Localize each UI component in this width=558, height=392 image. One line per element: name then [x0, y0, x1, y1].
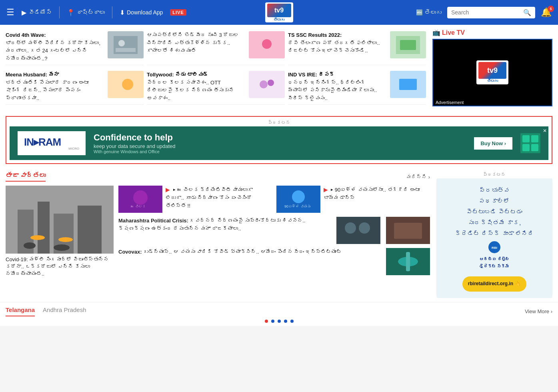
news-row-2: Meena Husband: మీనా భర్త మృతికి పొపులారే…	[6, 68, 426, 105]
search-icon[interactable]: 🔍	[523, 9, 531, 16]
bottom-tabs: Telangana Andhra Pradesh View More ›	[0, 302, 558, 316]
news-title-covovax: Covovax:	[118, 249, 142, 255]
hamburger-icon[interactable]: ☰	[6, 7, 14, 18]
news-card-1[interactable]: Covid 4th Wave: భారత్‌లో మళ్లీ పెరిగిన క…	[6, 29, 144, 65]
news-card-5[interactable]: Tollywood: నేడు టాలీవుడ్ పెద్దల కీలక సమా…	[147, 68, 285, 105]
latest-small-2[interactable]: 90ఏళ్ళ వయసు ▶ ▶ 90ఏళ్ళ వయసులోనూ.. తగ్గేద…	[276, 186, 430, 213]
tabs-left: Telangana Andhra Pradesh	[6, 306, 86, 316]
news-body-1: భారత్‌లో మళ్లీ పెరిగిన కరోనా కేసులు, మరణ…	[6, 39, 104, 63]
ad-subtext: keep your data secure and updated	[94, 143, 466, 149]
cursor-icon: 👆	[515, 280, 521, 288]
svg-rect-13	[399, 79, 417, 90]
latest-featured[interactable]: Covid-19: మళ్లీ సింగపూర్‌లో విజృంభిస్తున…	[6, 186, 114, 278]
news-card-2[interactable]: ఆసుపత్రిలోని బెడ్ మీద నుంచి 3 రోజుల చిన్…	[147, 29, 285, 65]
tab-andhra-pradesh[interactable]: Andhra Pradesh	[43, 306, 86, 316]
ad-inner: IN▸RAM MICRO Confidence to help keep you…	[10, 126, 548, 160]
svg-rect-18	[531, 144, 538, 151]
rbi-btn[interactable]: rbiretaildirect.org.in 👆	[462, 276, 526, 292]
search-input[interactable]	[451, 9, 521, 16]
more-link[interactable]: మరిన్ని ›	[406, 174, 430, 180]
language-selector[interactable]: 🔤 తెలుగు	[416, 9, 442, 16]
svg-point-26	[54, 244, 70, 251]
news-img-6	[390, 71, 426, 98]
side-ad-box: ప్రభుత్వ పథకాల్లో పెట్టుబడి పెట్టడం సురక…	[436, 178, 552, 298]
news-body-5: పెద్దల కీలక సమావేశం.. OTT రిలీజులపై కీలక…	[147, 79, 246, 102]
logo-box: tv9 తెలుగు	[265, 2, 293, 22]
location-icon: 📍	[67, 9, 75, 16]
latest-text-3: Maharashtra Political Crisis: గవర్నర్ ని…	[118, 217, 332, 232]
latest-text-2: ▶ ▶ 90ఏళ్ళ వయసులోనూ.. తగ్గేది అంటూ బామ్మ…	[324, 186, 430, 213]
view-more-link[interactable]: View More ›	[525, 308, 552, 314]
sidebar: 📺 Live TV tv9 తెలుగు Advertisement	[432, 29, 552, 108]
notif-badge: 5	[548, 6, 554, 12]
latest-row-2[interactable]: Maharashtra Political Crisis: గవర్నర్ ని…	[118, 217, 430, 244]
rbi-scheme-text: ఆర్‌బీఐ రిటైల్డైరెక్ట్ స్కీమ్	[480, 256, 509, 270]
news-body-4: భర్త మృతికి పొపులారే కారణం అంటూ షాకింగ్ …	[6, 79, 104, 102]
ad-label: Advertisement	[433, 99, 466, 106]
dot-3[interactable]	[278, 320, 281, 323]
dot-1[interactable]	[265, 320, 268, 323]
live-badge[interactable]: LIVE	[170, 9, 186, 16]
latest-thumb-maha	[386, 217, 430, 244]
svg-rect-15	[522, 135, 530, 142]
tv9-logo: tv9	[267, 4, 291, 17]
latest-main: Covid-19: మళ్లీ సింగపూర్‌లో విజృంభిస్తున…	[6, 186, 430, 278]
latest-thumb-2: 90ఏళ్ళ వయసు	[276, 186, 320, 213]
latest-thumb-3	[336, 217, 380, 244]
dot-5[interactable]	[290, 320, 294, 323]
latest-text-4: Covovax: గుడ్‌న్యూస్.. ఆ వయసు వారికి కోవ…	[118, 248, 382, 256]
notifications-button[interactable]: 🔔 5	[541, 7, 552, 18]
logo-center[interactable]: tv9 తెలుగు	[265, 2, 293, 22]
news-grid: Covid 4th Wave: భారత్‌లో మళ్లీ పెరిగిన క…	[6, 29, 426, 108]
nav-states[interactable]: 📍 రాష్ట్రాలు	[67, 9, 105, 16]
latest-row-1: ఈ చిలక ▶ ▶ ఈ చిలక క్రియేటివిటీ మాములుగా …	[118, 186, 430, 213]
section-wrapper: తాజా వార్తలు మరిన్ని ›	[0, 168, 558, 302]
svg-rect-16	[531, 135, 538, 142]
latest-thumb-1: ఈ చిలక	[118, 186, 162, 213]
news-img-1	[108, 31, 144, 58]
latest-thumb-4	[386, 248, 430, 275]
play-icon-2: ▶	[324, 186, 328, 193]
news-card-6[interactable]: IND VS IRE: దీపక్ ధనధన్ ఇన్నింగ్స్.. థ్ర…	[288, 68, 426, 105]
news-img-3	[390, 31, 426, 58]
news-img-2	[249, 31, 285, 58]
ad-close-button[interactable]: ✕	[543, 128, 547, 134]
dot-4[interactable]	[284, 320, 287, 323]
nav-videos[interactable]: ▶ వీడియోస్	[22, 9, 52, 16]
news-title-3: TS SSC Results 2022:	[288, 31, 387, 39]
latest-news: తాజా వార్తలు మరిన్ని ›	[6, 172, 430, 298]
svg-text:ఈ చిలక: ఈ చిలక	[130, 204, 146, 208]
ad-banner-wrapper: ప్రకటన IN▸RAM MICRO Confidence to help k…	[0, 112, 558, 168]
svg-point-11	[268, 80, 274, 86]
news-body-6: ధనధన్ ఇన్నింగ్స్.. థ్రిల్లింగ్ మ్యాచ్‌లో…	[288, 79, 387, 102]
play-icon: ▶	[22, 9, 26, 16]
svg-point-25	[24, 242, 36, 249]
tv9-telugu-label: తెలుగు	[487, 79, 498, 83]
svg-rect-22	[38, 202, 50, 254]
svg-rect-17	[522, 144, 530, 151]
buy-now-button[interactable]: Buy Now ›	[474, 137, 512, 150]
svg-rect-39	[394, 223, 422, 239]
live-tv-player[interactable]: tv9 తెలుగు Advertisement	[432, 39, 552, 106]
header-left: ☰ ▶ వీడియోస్ 📍 రాష్ట్రాలు ⬇ Download App…	[6, 6, 186, 18]
nav-download[interactable]: ⬇ Download App	[120, 9, 163, 16]
play-icon-1: ▶	[166, 186, 170, 193]
divider-1	[59, 6, 60, 18]
svg-text:90ఏళ్ళ వయసు: 90ఏళ్ళ వయసు	[284, 204, 310, 208]
svg-point-10	[260, 80, 268, 88]
tab-telangana[interactable]: Telangana	[6, 306, 35, 316]
news-title-1: Covid 4th Wave:	[6, 31, 104, 39]
svg-rect-6	[400, 40, 416, 50]
live-tv-logo: tv9 తెలుగు	[476, 60, 508, 84]
latest-small-1[interactable]: ఈ చిలక ▶ ▶ ఈ చిలక క్రియేటివిటీ మాములుగా …	[118, 186, 272, 213]
news-card-3[interactable]: TS SSC Results 2022: రేపే తెలంగాణ పదో తర…	[288, 29, 426, 65]
svg-rect-24	[78, 206, 102, 254]
svg-point-28	[58, 237, 73, 242]
latest-row-3[interactable]: Covovax: గుడ్‌న్యూస్.. ఆ వయసు వారికి కోవ…	[118, 248, 430, 275]
svg-point-37	[359, 222, 370, 234]
news-card-4[interactable]: Meena Husband: మీనా భర్త మృతికి పొపులారే…	[6, 68, 144, 105]
side-ad-text: ప్రభుత్వ పథకాల్లో పెట్టుబడి పెట్టడం సురక…	[455, 185, 534, 239]
dot-2[interactable]	[271, 320, 274, 323]
featured-caption: Covid-19: మళ్లీ సింగపూర్‌లో విజృంభిస్తున…	[6, 256, 114, 278]
section-title: తాజా వార్తలు	[6, 172, 46, 182]
